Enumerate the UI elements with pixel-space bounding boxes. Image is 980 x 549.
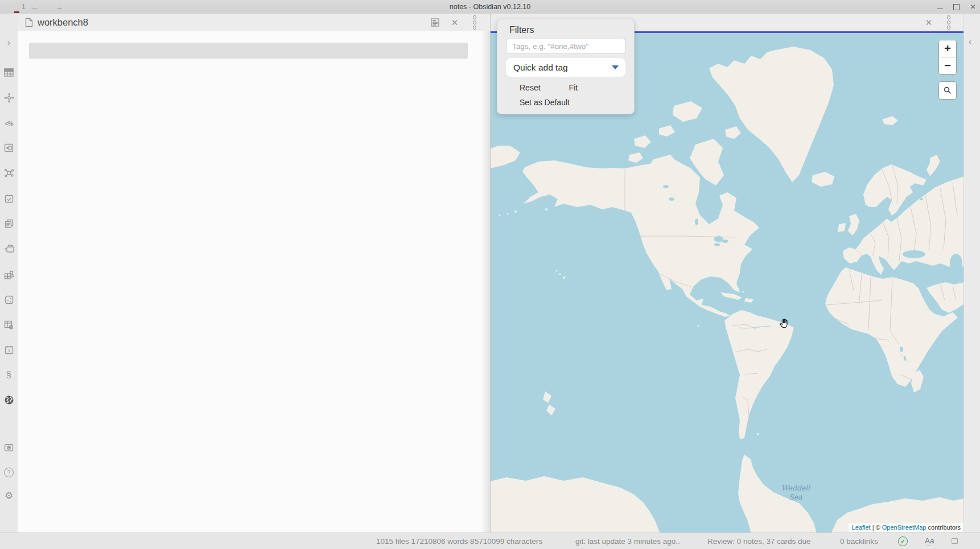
file-icon (25, 18, 33, 27)
fit-button[interactable]: Fit (569, 83, 578, 92)
sync-check-icon[interactable]: ✓ (898, 533, 908, 549)
tags-filter-input[interactable] (506, 39, 625, 54)
nav-history: 1 ← → (22, 0, 65, 14)
pane-menu-icon[interactable] (470, 18, 479, 27)
database-icon[interactable] (3, 319, 15, 331)
quick-add-tag-label: Quick add tag (513, 63, 568, 73)
map-view-icon[interactable] (3, 394, 15, 406)
window-title: notes - Obsidian v0.12.10 (450, 3, 530, 11)
reading-mode-icon[interactable] (430, 18, 439, 27)
recorder-icon[interactable] (3, 441, 15, 454)
filters-title: Filters (509, 25, 634, 35)
calendar-check-icon[interactable] (3, 192, 15, 205)
spellcheck-toggle[interactable]: Aa (925, 533, 934, 549)
right-sidebar-strip: ‹ (963, 14, 980, 533)
left-ribbon: › <% (0, 14, 18, 533)
map-filters-panel: Filters Quick add tag Reset Fit Set as D… (497, 19, 635, 114)
file-stats: 1015 files 17210806 words 85710099 chara… (376, 533, 542, 549)
git-status[interactable]: git: last update 3 minutes ago.. (575, 533, 680, 549)
maximize-button[interactable] (953, 3, 960, 11)
leaflet-link[interactable]: Leaflet (852, 524, 871, 531)
titlebar: 1 ← → notes - Obsidian v0.12.10 ✕ (0, 0, 980, 14)
help-icon[interactable]: ? (3, 466, 15, 478)
pan-tool-icon[interactable] (3, 92, 15, 104)
close-map-pane-icon[interactable]: ✕ (924, 18, 933, 27)
svg-text:Sea: Sea (789, 493, 802, 501)
templater-icon[interactable]: <% (3, 117, 15, 130)
editor-body[interactable] (18, 31, 490, 533)
copy-note-icon[interactable] (3, 217, 15, 230)
set-as-default-button[interactable]: Set as Default (520, 98, 570, 107)
map-pane: ✕ Filters Quick add tag Reset Fit Set as… (490, 14, 964, 533)
misc-status-icon[interactable] (952, 533, 958, 549)
tab-title: workbench8 (38, 17, 88, 28)
forward-arrow-icon[interactable]: → (53, 2, 65, 11)
dice-icon[interactable] (3, 294, 15, 306)
window-controls: ✕ (936, 0, 977, 14)
chevron-down-icon (612, 65, 619, 69)
daily-note-number: 1 (7, 348, 10, 353)
collapse-right-sidebar-icon[interactable]: ‹ (969, 36, 971, 46)
map-attribution: Leaflet | © OpenStreetMap contributors (849, 523, 964, 532)
nav-counter: 1 (22, 3, 26, 11)
map-search-button[interactable] (938, 81, 957, 100)
titlebar-artifact (14, 11, 19, 13)
obsidian-window: 1 ← → notes - Obsidian v0.12.10 ✕ › <% (0, 0, 980, 549)
hand-cursor (778, 317, 790, 332)
flashcards-icon[interactable] (3, 242, 15, 255)
quick-add-tag-select[interactable]: Quick add tag (506, 58, 625, 77)
map-pane-menu-icon[interactable] (944, 18, 953, 27)
reset-button[interactable]: Reset (520, 83, 541, 92)
search-icon (944, 86, 952, 94)
table-icon[interactable] (3, 66, 15, 79)
settings-icon[interactable]: ⚙ (3, 489, 15, 502)
map-zoom-control: + − (938, 40, 957, 75)
statusbar: 1015 files 17210806 words 85710099 chara… (0, 533, 980, 549)
insert-slide-icon[interactable] (3, 142, 15, 154)
daily-note-icon[interactable]: 1 (3, 344, 15, 356)
back-arrow-icon[interactable]: ← (29, 2, 42, 11)
expand-sidebar-icon[interactable]: › (3, 36, 15, 49)
zoom-out-button[interactable]: − (939, 57, 956, 74)
backlinks-count[interactable]: 0 backlinks (840, 533, 878, 549)
svg-text:Weddell: Weddell (781, 484, 811, 492)
zoom-in-button[interactable]: + (939, 40, 956, 57)
minimize-button[interactable] (936, 3, 944, 11)
openstreetmap-link[interactable]: OpenStreetMap (882, 524, 927, 531)
rope-icon[interactable]: § (3, 369, 15, 381)
blocks-icon[interactable] (3, 268, 15, 280)
close-pane-icon[interactable]: ✕ (450, 18, 459, 27)
empty-block-placeholder[interactable] (29, 43, 468, 59)
graph-view-icon[interactable] (3, 167, 15, 179)
editor-pane: workbench8 ✕ (18, 14, 490, 533)
close-window-button[interactable]: ✕ (969, 3, 977, 11)
workspace: › <% (0, 14, 980, 533)
review-status[interactable]: Review: 0 notes, 37 cards due (707, 533, 811, 549)
editor-pane-header: workbench8 ✕ (18, 14, 490, 31)
